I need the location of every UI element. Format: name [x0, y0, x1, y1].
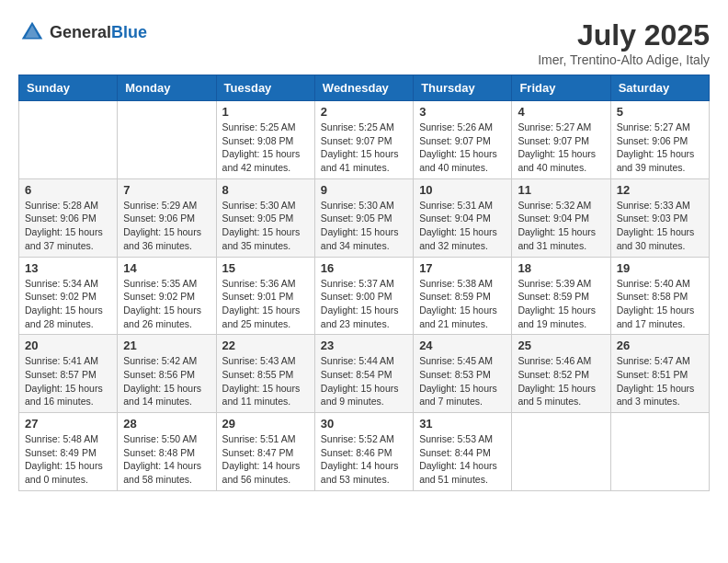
day-number: 20 — [25, 339, 111, 352]
header-day-saturday: Saturday — [610, 75, 709, 101]
logo-general-text: General — [50, 23, 111, 41]
day-info: Sunrise: 5:47 AMSunset: 8:51 PMDaylight:… — [617, 354, 703, 408]
week-row-2: 6Sunrise: 5:28 AMSunset: 9:06 PMDaylight… — [19, 178, 710, 257]
day-info: Sunrise: 5:35 AMSunset: 9:02 PMDaylight:… — [123, 277, 210, 331]
day-info: Sunrise: 5:41 AMSunset: 8:57 PMDaylight:… — [25, 354, 111, 408]
calendar-cell: 25Sunrise: 5:46 AMSunset: 8:52 PMDayligh… — [512, 335, 610, 413]
day-number: 5 — [617, 105, 703, 119]
week-row-5: 27Sunrise: 5:48 AMSunset: 8:49 PMDayligh… — [19, 413, 710, 491]
day-info: Sunrise: 5:28 AMSunset: 9:06 PMDaylight:… — [25, 199, 111, 253]
calendar-cell: 21Sunrise: 5:42 AMSunset: 8:56 PMDayligh… — [118, 335, 216, 413]
day-number: 2 — [321, 105, 407, 119]
calendar-cell: 3Sunrise: 5:26 AMSunset: 9:07 PMDaylight… — [414, 101, 512, 179]
header-day-friday: Friday — [512, 75, 610, 101]
logo: GeneralBlue — [18, 18, 147, 46]
day-info: Sunrise: 5:25 AMSunset: 9:07 PMDaylight:… — [321, 121, 407, 175]
day-number: 14 — [123, 261, 210, 275]
day-info: Sunrise: 5:27 AMSunset: 9:06 PMDaylight:… — [617, 121, 703, 175]
day-info: Sunrise: 5:48 AMSunset: 8:49 PMDaylight:… — [25, 432, 111, 487]
day-info: Sunrise: 5:45 AMSunset: 8:53 PMDaylight:… — [419, 354, 506, 408]
calendar-header: SundayMondayTuesdayWednesdayThursdayFrid… — [19, 75, 710, 101]
header-day-tuesday: Tuesday — [216, 75, 314, 101]
day-info: Sunrise: 5:53 AMSunset: 8:44 PMDaylight:… — [419, 432, 506, 487]
calendar-cell: 24Sunrise: 5:45 AMSunset: 8:53 PMDayligh… — [414, 335, 512, 413]
day-info: Sunrise: 5:34 AMSunset: 9:02 PMDaylight:… — [25, 277, 111, 331]
day-number: 11 — [518, 183, 604, 197]
day-number: 23 — [321, 339, 407, 352]
day-info: Sunrise: 5:36 AMSunset: 9:01 PMDaylight:… — [222, 277, 309, 331]
day-number: 29 — [222, 417, 309, 431]
calendar-table: SundayMondayTuesdayWednesdayThursdayFrid… — [18, 75, 710, 491]
day-number: 25 — [518, 339, 604, 352]
day-number: 27 — [25, 417, 111, 431]
calendar-cell: 12Sunrise: 5:33 AMSunset: 9:03 PMDayligh… — [610, 178, 709, 257]
week-row-3: 13Sunrise: 5:34 AMSunset: 9:02 PMDayligh… — [19, 257, 710, 335]
day-number: 12 — [617, 183, 703, 197]
day-number: 26 — [617, 339, 703, 352]
calendar-cell: 14Sunrise: 5:35 AMSunset: 9:02 PMDayligh… — [118, 257, 216, 335]
day-number: 8 — [222, 183, 309, 197]
calendar-cell: 28Sunrise: 5:50 AMSunset: 8:48 PMDayligh… — [118, 413, 216, 491]
calendar-cell: 10Sunrise: 5:31 AMSunset: 9:04 PMDayligh… — [414, 178, 512, 257]
day-info: Sunrise: 5:40 AMSunset: 8:58 PMDaylight:… — [617, 277, 703, 331]
day-number: 1 — [222, 105, 309, 119]
calendar-cell: 2Sunrise: 5:25 AMSunset: 9:07 PMDaylight… — [314, 101, 413, 179]
day-info: Sunrise: 5:50 AMSunset: 8:48 PMDaylight:… — [123, 432, 210, 487]
day-info: Sunrise: 5:32 AMSunset: 9:04 PMDaylight:… — [518, 199, 604, 253]
day-number: 15 — [222, 261, 309, 275]
day-number: 22 — [222, 339, 309, 352]
calendar-cell: 15Sunrise: 5:36 AMSunset: 9:01 PMDayligh… — [216, 257, 314, 335]
header-day-wednesday: Wednesday — [314, 75, 413, 101]
calendar-cell — [19, 101, 118, 179]
calendar-cell: 26Sunrise: 5:47 AMSunset: 8:51 PMDayligh… — [610, 335, 709, 413]
calendar-cell — [118, 101, 216, 179]
calendar-cell: 22Sunrise: 5:43 AMSunset: 8:55 PMDayligh… — [216, 335, 314, 413]
week-row-4: 20Sunrise: 5:41 AMSunset: 8:57 PMDayligh… — [19, 335, 710, 413]
day-info: Sunrise: 5:30 AMSunset: 9:05 PMDaylight:… — [222, 199, 309, 253]
month-title: July 2025 — [538, 18, 710, 52]
day-info: Sunrise: 5:42 AMSunset: 8:56 PMDaylight:… — [123, 354, 210, 408]
day-info: Sunrise: 5:31 AMSunset: 9:04 PMDaylight:… — [419, 199, 506, 253]
calendar-cell: 23Sunrise: 5:44 AMSunset: 8:54 PMDayligh… — [314, 335, 413, 413]
day-info: Sunrise: 5:26 AMSunset: 9:07 PMDaylight:… — [419, 121, 506, 175]
calendar-cell: 27Sunrise: 5:48 AMSunset: 8:49 PMDayligh… — [19, 413, 118, 491]
calendar-cell: 13Sunrise: 5:34 AMSunset: 9:02 PMDayligh… — [19, 257, 118, 335]
calendar-cell: 9Sunrise: 5:30 AMSunset: 9:05 PMDaylight… — [314, 178, 413, 257]
day-number: 30 — [321, 417, 407, 431]
title-area: July 2025 Imer, Trentino-Alto Adige, Ita… — [538, 18, 710, 67]
day-number: 31 — [419, 417, 506, 431]
day-number: 17 — [419, 261, 506, 275]
calendar-body: 1Sunrise: 5:25 AMSunset: 9:08 PMDaylight… — [19, 101, 710, 491]
day-info: Sunrise: 5:30 AMSunset: 9:05 PMDaylight:… — [321, 199, 407, 253]
day-info: Sunrise: 5:38 AMSunset: 8:59 PMDaylight:… — [419, 277, 506, 331]
calendar-cell: 6Sunrise: 5:28 AMSunset: 9:06 PMDaylight… — [19, 178, 118, 257]
day-number: 4 — [518, 105, 604, 119]
day-number: 13 — [25, 261, 111, 275]
day-info: Sunrise: 5:52 AMSunset: 8:46 PMDaylight:… — [321, 432, 407, 487]
day-info: Sunrise: 5:43 AMSunset: 8:55 PMDaylight:… — [222, 354, 309, 408]
calendar-cell: 17Sunrise: 5:38 AMSunset: 8:59 PMDayligh… — [414, 257, 512, 335]
calendar-cell: 4Sunrise: 5:27 AMSunset: 9:07 PMDaylight… — [512, 101, 610, 179]
header: GeneralBlue July 2025 Imer, Trentino-Alt… — [18, 18, 710, 67]
calendar-cell: 1Sunrise: 5:25 AMSunset: 9:08 PMDaylight… — [216, 101, 314, 179]
day-number: 9 — [321, 183, 407, 197]
day-number: 6 — [25, 183, 111, 197]
day-number: 10 — [419, 183, 506, 197]
header-day-sunday: Sunday — [19, 75, 118, 101]
calendar-cell: 19Sunrise: 5:40 AMSunset: 8:58 PMDayligh… — [610, 257, 709, 335]
day-info: Sunrise: 5:25 AMSunset: 9:08 PMDaylight:… — [222, 121, 309, 175]
day-info: Sunrise: 5:46 AMSunset: 8:52 PMDaylight:… — [518, 354, 604, 408]
calendar-cell: 16Sunrise: 5:37 AMSunset: 9:00 PMDayligh… — [314, 257, 413, 335]
day-number: 21 — [123, 339, 210, 352]
day-number: 16 — [321, 261, 407, 275]
calendar-cell — [610, 413, 709, 491]
week-row-1: 1Sunrise: 5:25 AMSunset: 9:08 PMDaylight… — [19, 101, 710, 179]
day-number: 18 — [518, 261, 604, 275]
day-number: 24 — [419, 339, 506, 352]
calendar-cell: 18Sunrise: 5:39 AMSunset: 8:59 PMDayligh… — [512, 257, 610, 335]
calendar-cell: 7Sunrise: 5:29 AMSunset: 9:06 PMDaylight… — [118, 178, 216, 257]
day-info: Sunrise: 5:29 AMSunset: 9:06 PMDaylight:… — [123, 199, 210, 253]
calendar-cell: 29Sunrise: 5:51 AMSunset: 8:47 PMDayligh… — [216, 413, 314, 491]
calendar-cell: 31Sunrise: 5:53 AMSunset: 8:44 PMDayligh… — [414, 413, 512, 491]
location-title: Imer, Trentino-Alto Adige, Italy — [538, 52, 710, 67]
